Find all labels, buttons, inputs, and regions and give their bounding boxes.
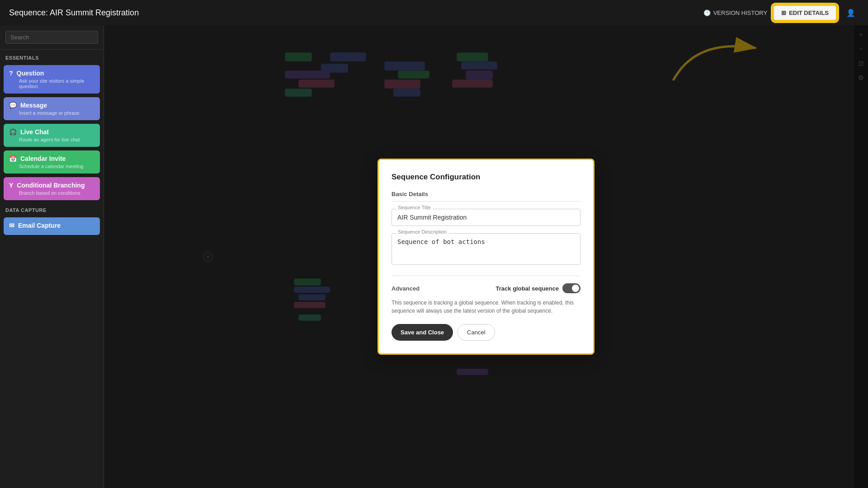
modal-overlay: Sequence Configuration Basic Details Seq… [104,25,868,488]
message-icon: 💬 [9,102,17,109]
divider [392,276,580,276]
message-description: Insert a message or phrase [9,110,94,116]
advanced-description: This sequence is tracking a global seque… [392,299,580,315]
sequence-description-textarea[interactable]: Sequence of bot actions [392,233,580,265]
data-capture-section-title: Data Capture [0,202,104,216]
sequence-config-modal: Sequence Configuration Basic Details Seq… [377,159,594,355]
livechat-icon: 🎧 [9,128,17,136]
track-global-toggle[interactable] [562,283,580,293]
email-icon: ✉ [9,222,14,229]
edit-icon: ⊞ [781,9,786,16]
advanced-label: Advanced [392,285,420,292]
sidebar-item-livechat[interactable]: 🎧 Live Chat Route an agent for live chat [4,124,100,147]
sequence-description-group: Sequence Description Sequence of bot act… [392,233,580,267]
livechat-description: Route an agent for live chat [9,137,94,142]
track-global-label: Track global sequence [496,285,559,292]
track-global-toggle-wrapper: Track global sequence [496,283,580,293]
sidebar-search-container [0,25,104,50]
calendar-icon: 📅 [9,155,17,162]
main-layout: Essentials ? Question Ask your site visi… [0,25,868,488]
header-actions: 🕐 VERSION HISTORY ⊞ EDIT DETAILS 👤 [703,5,859,21]
page-title: Sequence: AIR Summit Registration [9,8,139,18]
canvas-area[interactable]: Sequence Configuration Basic Details Seq… [104,25,868,488]
history-icon: 🕐 [703,9,711,16]
version-history-button[interactable]: 🕐 VERSION HISTORY [703,9,767,16]
question-description: Ask your site visitors a simple question [9,78,94,89]
sidebar-item-calendar[interactable]: 📅 Calendar Invite Schedule a calendar me… [4,150,100,174]
advanced-row: Advanced Track global sequence [392,283,580,293]
sidebar-item-question[interactable]: ? Question Ask your site visitors a simp… [4,65,100,94]
modal-title: Sequence Configuration [392,173,580,182]
sequence-description-label: Sequence Description [396,229,448,235]
edit-details-button[interactable]: ⊞ EDIT DETAILS [773,5,837,21]
app-header: Sequence: AIR Summit Registration 🕐 VERS… [0,0,868,25]
essentials-section-title: Essentials [0,50,104,63]
question-icon: ? [9,70,13,77]
save-close-button[interactable]: Save and Close [392,324,453,341]
sequence-title-group: Sequence Title [392,209,580,226]
sidebar: Essentials ? Question Ask your site visi… [0,25,104,488]
conditional-icon: Y [9,182,13,189]
search-input[interactable] [5,31,98,44]
conditional-description: Branch based on conditions [9,190,94,196]
calendar-description: Schedule a calendar meeting [9,164,94,169]
basic-details-title: Basic Details [392,191,580,202]
sidebar-item-email[interactable]: ✉ Email Capture [4,217,100,235]
sequence-title-input[interactable] [392,209,580,226]
modal-actions: Save and Close Cancel [392,324,580,341]
cancel-button[interactable]: Cancel [458,324,495,341]
sidebar-item-message[interactable]: 💬 Message Insert a message or phrase [4,97,100,120]
sidebar-item-conditional[interactable]: Y Conditional Branching Branch based on … [4,177,100,200]
user-icon-button[interactable]: 👤 [843,7,859,19]
sequence-title-label: Sequence Title [396,205,433,210]
